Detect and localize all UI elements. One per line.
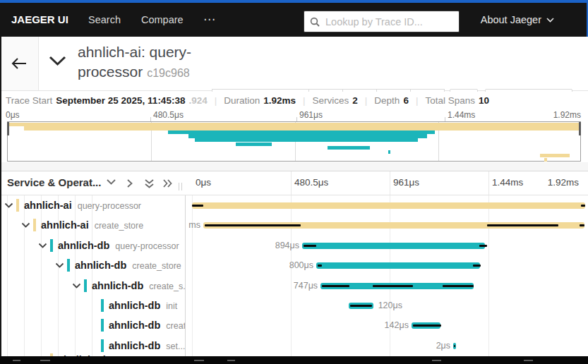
- operation-name: init: [166, 301, 177, 311]
- chevron-down-icon[interactable]: [106, 178, 116, 186]
- detail-ruler-tick-label: 961μs: [393, 177, 419, 188]
- span-name: ahnlich-dbcreate_store: [75, 259, 181, 272]
- timeline-minimap[interactable]: [0, 121, 588, 162]
- operation-name: query-processor: [78, 201, 141, 211]
- window-edge-dash: [227, 360, 235, 361]
- span-self-time-overlay: [413, 324, 441, 327]
- operation-name: create: [166, 321, 186, 331]
- span-self-time-overlay: [454, 345, 455, 347]
- span-duration-bar[interactable]: [316, 262, 480, 269]
- span-row[interactable]: 120μs: [186, 296, 588, 315]
- tree-chevron-down-icon[interactable]: [72, 283, 81, 289]
- window-edge-dash: [40, 360, 50, 361]
- services-value: 2: [352, 95, 358, 106]
- divider: |: [416, 95, 419, 106]
- tree-chevron-down-icon[interactable]: [55, 262, 64, 269]
- collapse-trace-chevron[interactable]: [48, 55, 67, 66]
- about-jaeger-label: About Jaeger: [481, 14, 541, 25]
- span-self-time-overlay: [443, 285, 474, 287]
- span-self-time-overlay: [487, 224, 558, 226]
- brand-link[interactable]: JAEGER UI: [11, 3, 68, 37]
- minimap-span-bar[interactable]: [168, 131, 435, 134]
- window-bottom-edge: [0, 356, 588, 364]
- trace-start-value: September 25 2025, 11:45:38: [56, 95, 185, 106]
- minimap-span-bar[interactable]: [544, 158, 546, 162]
- minimap-span-bar[interactable]: [188, 134, 427, 138]
- tree-chevron-down-icon[interactable]: [38, 243, 47, 249]
- span-duration-label: 2μs: [436, 341, 450, 351]
- jaeger-trace-page: JAEGER UI Search Compare ⋯ About Jaeger …: [0, 0, 588, 364]
- detail-ruler-tick-label: 0μs: [196, 177, 211, 188]
- minimap-span-bar[interactable]: [24, 126, 580, 130]
- tree-row[interactable]: ahnlich-dbcreate_s...: [0, 276, 186, 296]
- ruler-tick-label: 1.92ms: [553, 110, 581, 120]
- minimap-span-bar[interactable]: [540, 154, 570, 157]
- tree-chevron-down-icon[interactable]: [21, 222, 30, 229]
- tree-row[interactable]: ahnlich-aicreate_store: [0, 215, 186, 235]
- service-name: ahnlich-db: [109, 300, 160, 311]
- depth-value: 6: [403, 95, 409, 106]
- service-color-bar: [33, 219, 36, 231]
- span-duration-label: 800μs: [289, 261, 313, 270]
- trace-id-search[interactable]: [304, 11, 460, 32]
- minimap-span-bar[interactable]: [388, 150, 390, 154]
- about-jaeger-menu[interactable]: About Jaeger: [481, 3, 554, 37]
- minimap-span-bar[interactable]: [328, 146, 370, 150]
- trace-start-fraction: .924: [188, 95, 207, 106]
- span-row[interactable]: 747μs: [186, 276, 588, 296]
- nav-overflow-menu[interactable]: ⋯: [203, 3, 215, 37]
- span-duration-bar[interactable]: [302, 243, 485, 249]
- trace-id: c19c968: [147, 67, 190, 79]
- tree-row[interactable]: ahnlich-dbcreate_store: [0, 255, 186, 275]
- span-duration-bar[interactable]: [192, 202, 585, 209]
- double-chevron-right-icon[interactable]: [162, 178, 173, 188]
- column-resizer-handle[interactable]: [179, 183, 184, 190]
- tree-row[interactable]: ahnlich-dbcreate: [0, 315, 186, 335]
- window-edge-dash: [194, 360, 204, 361]
- service-name: ahnlich-db: [92, 280, 143, 291]
- nav-item-search[interactable]: Search: [88, 3, 121, 37]
- trace-summary-bar: Trace Start September 25 2025, 11:45:38 …: [0, 92, 588, 109]
- span-self-time-overlay: [581, 205, 585, 207]
- service-color-bar: [50, 239, 53, 252]
- minimap-right-scrubber[interactable]: [579, 122, 581, 135]
- back-arrow-icon: [11, 57, 27, 70]
- service-color-bar: [84, 279, 87, 292]
- duration-value: 1.92ms: [263, 95, 296, 106]
- search-input[interactable]: [324, 16, 453, 28]
- nav-item-compare[interactable]: Compare: [141, 3, 184, 37]
- header-cell-border: [390, 171, 390, 195]
- minimap-left-scrubber[interactable]: [7, 122, 9, 135]
- span-row[interactable]: 800μs: [186, 255, 588, 275]
- tree-chevron-down-icon[interactable]: [4, 202, 13, 209]
- span-row[interactable]: 894μs: [186, 236, 588, 255]
- service-color-bar: [101, 299, 104, 312]
- trace-span-rows: ahnlich-aiquery-processorahnlich-aicreat…: [0, 195, 588, 364]
- minimap-viewport[interactable]: [7, 121, 581, 162]
- span-row[interactable]: 142μs: [186, 315, 588, 335]
- service-color-bar: [67, 259, 70, 272]
- span-name-column: ahnlich-aiquery-processorahnlich-aicreat…: [0, 195, 186, 364]
- span-duration-label: 142μs: [385, 321, 409, 330]
- tree-row[interactable]: ahnlich-aiquery-processor: [0, 195, 186, 215]
- window-edge-dash: [524, 360, 533, 361]
- span-row[interactable]: ms: [186, 215, 588, 235]
- minimap-span-bar[interactable]: [195, 138, 418, 142]
- double-chevron-down-icon[interactable]: [144, 178, 155, 189]
- minimap-span-bar[interactable]: [8, 123, 580, 126]
- chevron-down-icon: [546, 18, 554, 23]
- back-button[interactable]: [0, 37, 39, 90]
- chevron-right-icon[interactable]: [126, 178, 133, 188]
- span-row[interactable]: [186, 195, 588, 215]
- tree-row[interactable]: ahnlich-dbquery-processor: [0, 236, 186, 255]
- minimap-span-bar[interactable]: [236, 142, 272, 146]
- service-name: ahnlich-ai: [41, 219, 89, 231]
- divider: |: [303, 95, 306, 106]
- span-self-time-overlay: [304, 245, 316, 247]
- trace-title: ahnlich-ai: query-processorc19c968: [78, 42, 216, 83]
- trace-page-header: ahnlich-ai: query-processorc19c968 ?: [0, 37, 588, 91]
- divider: |: [365, 95, 368, 106]
- tree-row[interactable]: ahnlich-dbinit: [0, 296, 186, 315]
- duration-label: Duration: [224, 95, 260, 106]
- span-graph-column: ms894μs800μs747μs120μs142μs2μs: [186, 195, 588, 364]
